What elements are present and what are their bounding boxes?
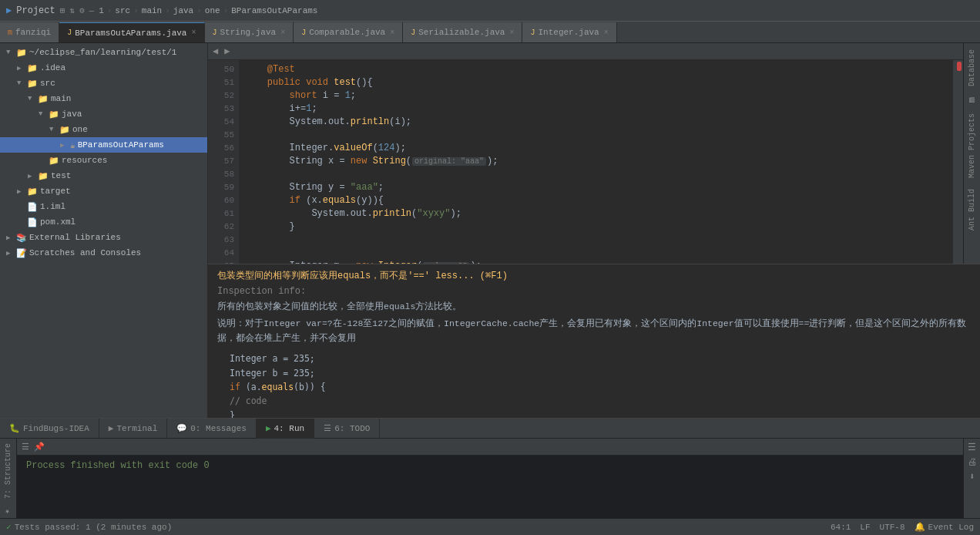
code-line-53: i+=1; [245,103,946,116]
maven-projects-tab[interactable]: Maven Projects [966,110,978,181]
bottom-right-icon-1[interactable]: ☰ [968,442,976,453]
folder-icon-one: 📁 [59,125,70,135]
tab-serializable[interactable]: J Serializable.java × [403,22,522,42]
tree-item-one[interactable]: ▼ 📁 one [0,122,207,137]
tab-comparable[interactable]: J Comparable.java × [294,22,403,42]
folder-icon-root: 📁 [16,48,27,58]
code-content[interactable]: @Test public void test(){ short i = 1; i… [239,60,952,264]
tab-string[interactable]: J String.java × [205,22,294,42]
tree-item-main[interactable]: ▼ 📁 main [0,91,207,106]
code-line-57: String x = new String(original: "aaa"); [245,155,946,168]
findbugs-tab[interactable]: 🐛 FindBugs-IDEA [0,419,99,439]
status-bar: ✓ Tests passed: 1 (2 minutes ago) 64:1 L… [0,518,980,535]
tree-item-test[interactable]: ▶ 📁 test [0,168,207,183]
line-separator[interactable]: LF [860,522,870,532]
extlibs-icon: 📚 [16,233,27,243]
iml-file-icon: 📄 [27,202,38,212]
folder-icon-java: 📁 [49,109,59,119]
editor-side: ◀ ▶ 50 51 52 53 54 55 56 57 58 59 [208,43,980,418]
project-sidebar: ▼ 📁 ~/eclipse_fan/learning/test/1 ▶ 📁 .i… [0,43,208,418]
xml-file-icon: 📄 [27,217,38,227]
folder-icon-main: 📁 [38,94,49,104]
left-vertical-tabs: 7: Structure ★ [0,439,17,518]
tree-item-java[interactable]: ▼ 📁 java [0,106,207,122]
editor-scrollbar[interactable] [952,60,963,264]
tree-item-root[interactable]: ▼ 📁 ~/eclipse_fan/learning/test/1 [0,45,207,60]
run-tab[interactable]: ▶ 4: Run [257,419,314,439]
tree-item-extlibs[interactable]: ▶ 📚 External Libraries [0,230,207,245]
run-toolbar: ☰ 📌 [17,439,963,456]
bottom-main: 7: Structure ★ ☰ 📌 Process finished with… [0,439,980,518]
code-line-63 [245,234,946,247]
close-tab-integer[interactable]: × [604,29,609,37]
cursor-position[interactable]: 64:1 [831,522,851,532]
top-bar: ▶ Project ⊞ ⇅ ⚙ — 1 › src › main › java … [0,0,980,22]
structure-tab[interactable]: 7: Structure [2,439,15,503]
tree-item-iml[interactable]: ▶ 📄 1.iml [0,199,207,214]
editor-toolbar: ◀ ▶ [208,43,963,60]
java-file-icon: ☕ [70,140,76,150]
editor-area: ◀ ▶ 50 51 52 53 54 55 56 57 58 59 [208,43,980,264]
run-toolbar-pin-icon[interactable]: 📌 [34,442,45,452]
close-tab-serializable[interactable]: × [509,29,514,37]
close-tab-bparams[interactable]: × [191,29,196,37]
ant-build-tab[interactable]: Ant Build [966,186,978,234]
run-toolbar-list-icon[interactable]: ☰ [22,442,29,452]
tree-item-resources[interactable]: ▶ 📁 resources [0,153,207,168]
toolbar-minimize-icon[interactable]: — [89,6,95,15]
tab-fanziqi[interactable]: m fanziqi [0,22,59,42]
project-icon: ▶ [6,5,12,16]
messages-tab[interactable]: 💬 0: Messages [167,419,257,439]
tab-integer[interactable]: J Integer.java × [522,22,616,42]
code-line-51: public void test(){ [245,76,946,89]
inspection-warning: 包装类型间的相等判断应该用equals，而不是'==' less... (⌘F1… [217,269,971,283]
right-side-panels: Database m Maven Projects Ant Build [963,43,980,264]
code-line-52: short i = 1; [245,89,946,103]
folder-icon-test: 📁 [38,171,49,181]
code-line-55 [245,129,946,142]
code-line-58 [245,168,946,181]
inspection-panel: 包装类型间的相等判断应该用equals，而不是'==' less... (⌘F1… [208,264,980,418]
navigate-back-icon[interactable]: ◀ [213,45,218,57]
inspection-code-example: Integer a = 235; Integer b = 235; if (a.… [230,352,971,418]
folder-icon-src: 📁 [27,79,38,89]
line-numbers: 50 51 52 53 54 55 56 57 58 59 60 61 62 6… [208,60,239,264]
code-line-60: if (x.equals(y)){ [245,194,946,207]
tab-bparamsoutaparams[interactable]: J BParamsOutAParams.java × [59,22,204,42]
database-panel-tab[interactable]: Database [966,46,978,89]
code-line-59: String y = "aaa"; [245,181,946,194]
navigate-forward-icon[interactable]: ▶ [224,45,230,57]
toolbar-sync-icon[interactable]: ⊞ [60,5,65,15]
editor-tabs: m fanziqi J BParamsOutAParams.java × J S… [0,22,980,43]
tree-item-bparams[interactable]: ▶ ☕ BParamsOutAParams [0,137,207,153]
findbugs-icon: 🐛 [9,423,20,433]
terminal-tab[interactable]: ▶ Terminal [99,419,167,439]
terminal-icon: ▶ [109,423,114,433]
maven-letter-tab[interactable]: m [965,94,979,106]
project-header: ▶ Project ⊞ ⇅ ⚙ — [6,5,94,16]
bottom-area: 🐛 FindBugs-IDEA ▶ Terminal 💬 0: Messages… [0,418,980,518]
code-line-56: Integer.valueOf(124); [245,142,946,155]
test-status: ✓ Tests passed: 1 (2 minutes ago) [6,522,172,532]
favorites-tab[interactable]: ★ [2,503,15,518]
bottom-right-icon-2[interactable]: 🖨 [968,456,977,468]
bottom-right-icon-3[interactable]: ⬇ [969,471,975,483]
close-tab-string[interactable]: × [280,29,285,37]
event-log[interactable]: 🔔 Event Log [915,522,974,532]
project-title[interactable]: Project [16,5,55,16]
tree-item-idea[interactable]: ▶ 📁 .idea [0,60,207,76]
tree-item-scratches[interactable]: ▶ 📝 Scratches and Consoles [0,245,207,261]
messages-icon: 💬 [176,423,187,433]
todo-tab[interactable]: ☰ 6: TODO [314,419,380,439]
code-line-61: System.out.println("xyxy"); [245,207,946,220]
tree-item-target[interactable]: ▶ 📁 target [0,183,207,199]
close-tab-comparable[interactable]: × [390,29,394,37]
toolbar-settings-icon[interactable]: ⚙ [79,5,85,15]
folder-icon-resources: 📁 [49,156,59,166]
code-line-64 [245,247,946,260]
toolbar-sort-icon[interactable]: ⇅ [69,5,75,15]
main-area: ▼ 📁 ~/eclipse_fan/learning/test/1 ▶ 📁 .i… [0,43,980,418]
tree-item-pom[interactable]: ▶ 📄 pom.xml [0,214,207,230]
encoding-indicator[interactable]: UTF-8 [880,522,905,532]
tree-item-src[interactable]: ▼ 📁 src [0,76,207,91]
